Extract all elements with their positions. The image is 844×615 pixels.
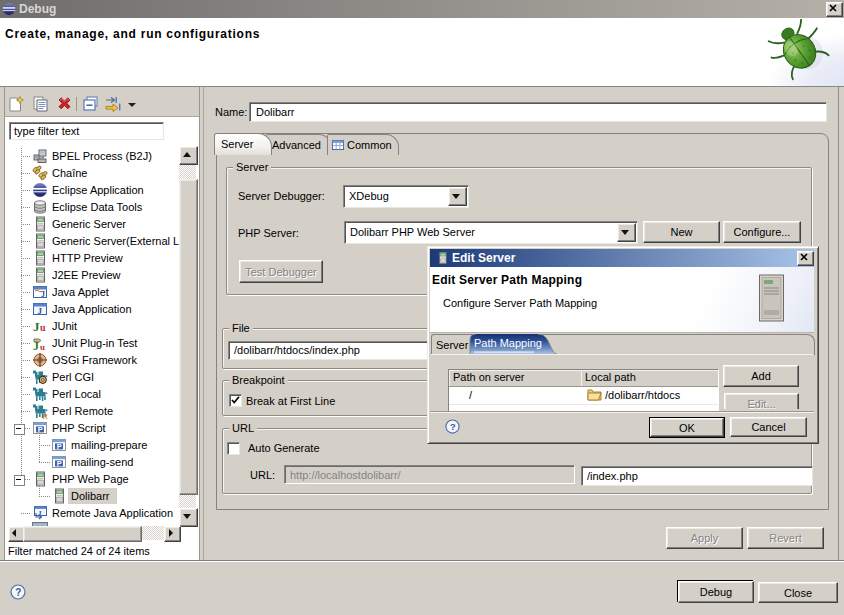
svg-text:?: ? bbox=[15, 587, 21, 598]
svg-text:?: ? bbox=[450, 422, 456, 432]
